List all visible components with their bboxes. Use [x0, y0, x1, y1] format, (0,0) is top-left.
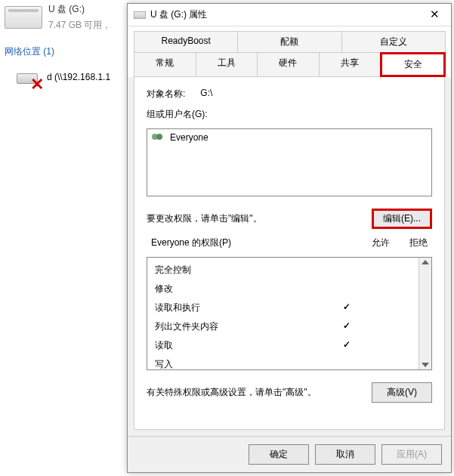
- permission-name: 读取和执行: [155, 301, 200, 314]
- tab-general[interactable]: 常规: [134, 52, 196, 77]
- permissions-header: Everyone 的权限(P) 允许 拒绝: [147, 236, 432, 249]
- disconnected-x-icon: ✕: [30, 75, 44, 94]
- permissions-listbox[interactable]: 完全控制修改读取和执行✓列出文件夹内容✓读取✓写入: [147, 257, 432, 370]
- check-icon: ✓: [343, 339, 351, 352]
- dialog-title: U 盘 (G:) 属性: [150, 8, 418, 21]
- check-icon: ✓: [343, 301, 351, 314]
- edit-hint: 要更改权限，请单击"编辑"。: [147, 212, 262, 225]
- tab-readyboost[interactable]: ReadyBoost: [134, 31, 238, 52]
- tab-hardware[interactable]: 硬件: [257, 52, 320, 77]
- permission-name: 读取: [155, 339, 173, 352]
- scrollbar[interactable]: [418, 258, 431, 369]
- drive-sub: 7.47 GB 可用，: [48, 19, 111, 32]
- drive-item[interactable]: U 盘 (G:) 7.47 GB 可用，: [0, 0, 128, 35]
- permission-marks: ✓: [343, 339, 411, 352]
- permission-row: 读取和执行✓: [153, 298, 412, 317]
- groups-listbox[interactable]: Everyone: [147, 128, 432, 196]
- close-button[interactable]: ✕: [418, 4, 451, 26]
- permission-name: 写入: [155, 358, 173, 371]
- permission-marks: ✓: [343, 301, 411, 314]
- groups-label: 组或用户名(G):: [147, 108, 432, 121]
- group-icon: [152, 132, 165, 143]
- group-name: Everyone: [170, 132, 208, 143]
- permission-row: 修改: [153, 280, 412, 298]
- tab-security[interactable]: 安全: [380, 52, 446, 77]
- tab-custom[interactable]: 自定义: [341, 31, 446, 52]
- network-drive-icon: ✕: [17, 67, 41, 87]
- check-icon: ✓: [343, 320, 351, 333]
- object-name-value: G:\: [200, 88, 212, 100]
- object-name-row: 对象名称: G:\: [147, 88, 432, 100]
- permission-marks: ✓: [343, 320, 411, 333]
- tab-sharing[interactable]: 共享: [319, 52, 381, 77]
- titlebar[interactable]: U 盘 (G:) 属性 ✕: [128, 4, 451, 26]
- group-item-everyone[interactable]: Everyone: [149, 131, 430, 144]
- network-drive-label: d (\\192.168.1.1: [47, 72, 110, 82]
- network-drive-item[interactable]: ✕ d (\\192.168.1.1: [0, 63, 128, 91]
- explorer-sidebar: U 盘 (G:) 7.47 GB 可用， 网络位置 (1) ✕ d (\\192…: [0, 0, 128, 476]
- tab-content-security: 对象名称: G:\ 组或用户名(G): Everyone 要更改权限，请单击"编…: [134, 76, 445, 430]
- permission-row: 写入: [153, 355, 412, 374]
- allow-header: 允许: [372, 236, 390, 249]
- cancel-button[interactable]: 取消: [315, 444, 375, 465]
- permission-name: 完全控制: [155, 264, 191, 277]
- permission-name: 修改: [155, 283, 173, 295]
- permission-row: 完全控制: [153, 261, 412, 280]
- properties-dialog: U 盘 (G:) 属性 ✕ ReadyBoost 配额 自定义 常规 工具 硬件…: [127, 3, 452, 473]
- permission-row: 列出文件夹内容✓: [153, 317, 412, 336]
- tab-quota[interactable]: 配额: [237, 31, 341, 52]
- section-heading-network: 网络位置 (1): [0, 35, 128, 63]
- drive-icon: [134, 11, 146, 19]
- edit-row: 要更改权限，请单击"编辑"。 编辑(E)...: [147, 209, 432, 229]
- advanced-row: 有关特殊权限或高级设置，请单击"高级"。 高级(V): [147, 382, 432, 403]
- usb-drive-icon: [5, 6, 42, 29]
- advanced-hint: 有关特殊权限或高级设置，请单击"高级"。: [147, 386, 317, 399]
- permission-marks: [343, 358, 411, 371]
- permission-marks: [343, 283, 411, 295]
- drive-label: U 盘 (G:): [48, 3, 111, 16]
- apply-button[interactable]: 应用(A): [381, 444, 442, 465]
- ok-button[interactable]: 确定: [249, 444, 309, 465]
- permission-row: 读取✓: [153, 336, 412, 355]
- tab-tools[interactable]: 工具: [196, 52, 258, 77]
- edit-button[interactable]: 编辑(E)...: [372, 209, 432, 229]
- permission-marks: [343, 264, 411, 277]
- dialog-footer: 确定 取消 应用(A): [128, 436, 451, 472]
- advanced-button[interactable]: 高级(V): [372, 382, 432, 403]
- deny-header: 拒绝: [409, 236, 428, 249]
- permissions-title: Everyone 的权限(P): [151, 236, 231, 249]
- tab-strip: ReadyBoost 配额 自定义 常规 工具 硬件 共享 安全: [128, 26, 451, 77]
- object-name-label: 对象名称:: [147, 88, 185, 100]
- permission-name: 列出文件夹内容: [155, 320, 218, 333]
- drive-info: U 盘 (G:) 7.47 GB 可用，: [48, 3, 111, 32]
